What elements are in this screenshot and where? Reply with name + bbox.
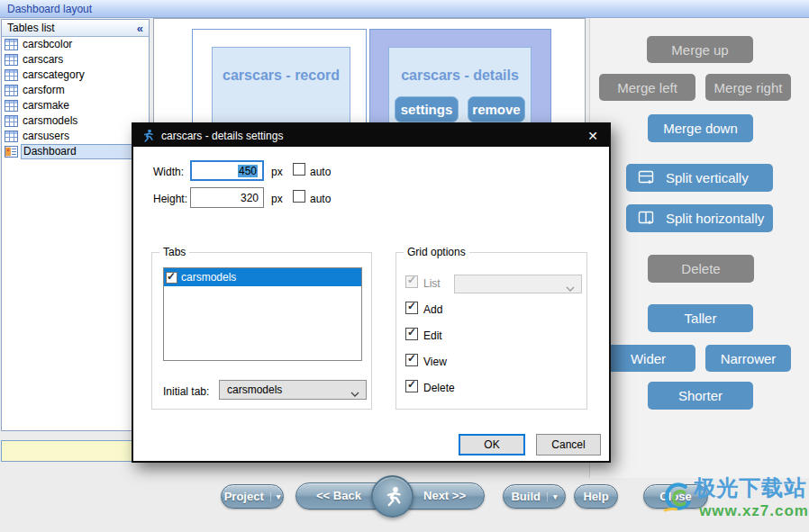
merge-right-button[interactable]: Merge right — [705, 74, 791, 101]
tables-list-title: Tables list — [7, 22, 55, 34]
ok-button[interactable]: OK — [459, 434, 525, 455]
add-checkbox-label: Add — [423, 303, 442, 316]
running-man-icon — [382, 486, 404, 508]
sidebar-item-carscategory[interactable]: carscategory — [2, 68, 149, 83]
view-checkbox-label: View — [423, 356, 447, 368]
table-icon — [5, 131, 18, 142]
tab-checkbox[interactable]: ✓ — [166, 272, 177, 284]
sidebar-item-carsmodels[interactable]: carsmodels — [2, 113, 149, 129]
grid-options-label: Grid options — [404, 246, 469, 258]
taller-button[interactable]: Taller — [648, 304, 753, 332]
split-horizontally-icon — [638, 211, 655, 226]
sidebar-item-label: carscategory — [21, 68, 86, 82]
list-checkbox: ✓ — [405, 275, 418, 288]
dashboard-layout-window: Dashboard layout Tables list « carsbcolo… — [0, 0, 809, 532]
tabs-listbox: ✓ carsmodels — [163, 267, 362, 361]
height-label: Height: — [153, 193, 187, 205]
check-icon: ✓ — [167, 270, 176, 283]
split-horizontally-label: Split horizontally — [666, 211, 764, 226]
window-titlebar: Dashboard layout — [0, 0, 809, 18]
wizard-center-button[interactable] — [371, 475, 414, 518]
width-unit-label: px — [271, 166, 283, 178]
check-icon: ✓ — [407, 300, 416, 312]
height-input[interactable]: 320 — [190, 187, 264, 208]
initial-tab-select[interactable]: carsmodels — [219, 380, 367, 400]
dashboard-icon — [5, 146, 18, 158]
edit-checkbox[interactable]: ✓ — [405, 328, 418, 340]
sidebar-item-label: carsmodels — [21, 114, 79, 128]
sidebar-item-carsbcolor[interactable]: carsbcolor — [2, 37, 149, 52]
merge-left-button[interactable]: Merge left — [599, 74, 695, 101]
table-icon — [5, 115, 18, 127]
remove-button[interactable]: remove — [468, 96, 525, 122]
width-value: 450 — [238, 165, 258, 177]
sidebar-item-carsmake[interactable]: carsmake — [2, 98, 149, 113]
view-checkbox[interactable]: ✓ — [405, 354, 418, 366]
watermark-texts: 极光下载站 www.xz7.com — [694, 468, 809, 531]
dialog-titlebar: carscars - details settings ✕ — [133, 124, 609, 147]
chevron-down-icon: ▾ — [270, 492, 281, 501]
add-checkbox[interactable]: ✓ — [405, 302, 418, 314]
chevron-down-icon — [350, 387, 359, 400]
initial-tab-value: carsmodels — [227, 383, 282, 396]
back-button[interactable]: << Back — [316, 489, 361, 502]
width-auto-checkbox[interactable] — [293, 163, 305, 176]
split-vertically-label: Split vertically — [666, 170, 749, 185]
table-icon — [5, 54, 18, 66]
window-title: Dashboard layout — [7, 3, 92, 15]
panel-title: carscars - details — [389, 48, 531, 84]
tables-list-sidebar: Tables list « carsbcolor carscars carsca… — [1, 19, 150, 431]
narrower-button[interactable]: Narrower — [705, 345, 791, 372]
delete-checkbox[interactable]: ✓ — [405, 380, 418, 392]
collapse-sidebar-icon[interactable]: « — [137, 22, 143, 35]
wider-button[interactable]: Wider — [601, 345, 695, 372]
build-label: Build — [511, 490, 541, 503]
list-select — [454, 275, 582, 293]
watermark-site-name: 极光下载站 — [694, 473, 809, 502]
build-button[interactable]: Build ▾ — [503, 484, 566, 509]
delete-button[interactable]: Delete — [648, 255, 754, 283]
cancel-button[interactable]: Cancel — [536, 434, 601, 455]
details-settings-dialog: carscars - details settings ✕ Width: 450… — [132, 122, 611, 463]
chevron-down-icon — [566, 282, 575, 294]
chevron-down-icon: ▾ — [547, 492, 558, 501]
watermark: 极光下载站 www.xz7.com — [659, 468, 809, 531]
sidebar-item-carsusers[interactable]: carsusers — [2, 129, 149, 144]
tabs-group-label: Tabs — [159, 246, 189, 258]
tables-list-header: Tables list « — [2, 20, 149, 37]
close-icon[interactable]: ✕ — [584, 129, 602, 143]
sidebar-item-label: carsbcolor — [21, 38, 74, 51]
height-auto-label: auto — [310, 193, 331, 205]
table-icon — [5, 100, 18, 112]
height-unit-label: px — [271, 193, 283, 205]
sidebar-item-carscars[interactable]: carscars — [2, 52, 149, 68]
tabs-group: Tabs ✓ carsmodels Initial tab: carsmodel… — [151, 252, 372, 410]
help-button[interactable]: Help — [574, 484, 618, 509]
running-man-icon — [141, 129, 155, 143]
shorter-button[interactable]: Shorter — [648, 382, 753, 410]
height-auto-checkbox[interactable] — [293, 190, 305, 203]
project-button[interactable]: Project ▾ — [221, 484, 284, 509]
split-vertically-button[interactable]: Split vertically — [626, 164, 773, 192]
initial-tab-label: Initial tab: — [163, 385, 209, 398]
tables-list: carsbcolor carscars carscategory carsfor… — [2, 37, 149, 159]
split-horizontally-button[interactable]: Split horizontally — [626, 204, 773, 232]
dialog-title: carscars - details settings — [161, 130, 584, 142]
width-auto-label: auto — [310, 166, 331, 178]
settings-button[interactable]: settings — [395, 96, 459, 122]
grid-options-group: Grid options ✓ List ✓ Add ✓ Edit ✓ View … — [395, 252, 587, 410]
merge-down-button[interactable]: Merge down — [648, 114, 753, 142]
watermark-site-url: www.xz7.com — [699, 502, 809, 520]
sidebar-item-carsform[interactable]: carsform — [2, 83, 149, 98]
sidebar-item-dashboard[interactable]: Dashboard — [2, 144, 149, 159]
width-input[interactable]: 450 — [190, 160, 264, 181]
list-checkbox-label: List — [423, 277, 441, 290]
delete-checkbox-label: Delete — [423, 382, 455, 394]
edit-checkbox-label: Edit — [423, 329, 442, 342]
tab-list-item-carsmodels[interactable]: ✓ carsmodels — [164, 268, 361, 286]
table-icon — [5, 69, 18, 81]
height-value: 320 — [241, 192, 259, 204]
sidebar-item-label: carsform — [21, 84, 67, 97]
merge-up-button[interactable]: Merge up — [647, 36, 753, 63]
next-button[interactable]: Next >> — [423, 489, 466, 502]
